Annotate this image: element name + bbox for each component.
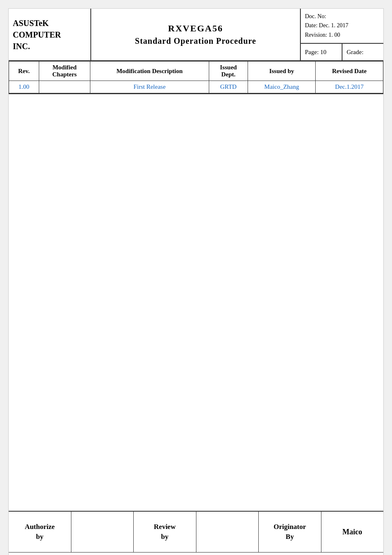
cell-description: First Release xyxy=(90,81,209,93)
doc-date: Date: Dec. 1. 2017 xyxy=(305,21,379,30)
document-page: ASUSTeK COMPUTER INC. RXVEGA56 Standard … xyxy=(8,8,384,555)
title-block: RXVEGA56 Standard Operation Procedure xyxy=(91,9,301,60)
col-revised-date: Revised Date xyxy=(316,62,383,81)
cell-rev: 1.00 xyxy=(9,81,39,93)
table-header-row: Rev. ModifiedChapters Modification Descr… xyxy=(9,62,383,81)
authorize-by-label: Authorizeby xyxy=(25,522,55,542)
cell-chapters xyxy=(39,81,90,93)
header: ASUSTeK COMPUTER INC. RXVEGA56 Standard … xyxy=(9,9,383,61)
doc-title-main: RXVEGA56 xyxy=(168,23,223,34)
doc-no: Doc. No: xyxy=(305,12,379,21)
footer-originator-value: Maico xyxy=(321,512,384,552)
doc-page: Page: 10 xyxy=(301,44,342,60)
cell-dept: GRTD xyxy=(209,81,248,93)
col-issued-by: Issued by xyxy=(248,62,315,81)
table-row: 1.00 First Release GRTD Maico_Zhang Dec.… xyxy=(9,81,383,93)
footer-authorize-value xyxy=(71,512,134,552)
modification-table-section: Rev. ModifiedChapters Modification Descr… xyxy=(9,61,383,94)
doc-title-sub: Standard Operation Procedure xyxy=(135,36,256,46)
main-content xyxy=(9,94,383,511)
review-by-label: Reviewby xyxy=(154,522,176,542)
bottom-bar: 更多图纸下载到：五八文库wk.58sms.com Form No: T2-009… xyxy=(9,552,383,555)
cell-revised-date: Dec.1.2017 xyxy=(316,81,383,93)
doc-info-bottom: Page: 10 Grade: xyxy=(301,44,383,60)
originator-by-label: OriginatorBy xyxy=(274,522,306,542)
col-issued-dept: IssuedDept. xyxy=(209,62,248,81)
col-rev: Rev. xyxy=(9,62,39,81)
footer-originator: OriginatorBy xyxy=(259,512,321,552)
col-modified-chapters: ModifiedChapters xyxy=(39,62,90,81)
doc-info-top: Doc. No: Date: Dec. 1. 2017 Revision: 1.… xyxy=(301,9,383,44)
company-block: ASUSTeK COMPUTER INC. xyxy=(9,9,91,60)
cell-issued-by: Maico_Zhang xyxy=(248,81,315,93)
footer: Authorizeby Reviewby OriginatorBy Maico xyxy=(9,511,383,552)
modification-table: Rev. ModifiedChapters Modification Descr… xyxy=(9,61,383,93)
doc-info-block: Doc. No: Date: Dec. 1. 2017 Revision: 1.… xyxy=(301,9,383,60)
footer-review-value xyxy=(196,512,259,552)
footer-review: Reviewby xyxy=(134,512,196,552)
originator-by-value: Maico xyxy=(342,528,362,536)
col-modification-description: Modification Description xyxy=(90,62,209,81)
company-name: ASUSTeK COMPUTER INC. xyxy=(13,17,86,52)
doc-grade: Grade: xyxy=(342,44,383,60)
footer-authorize: Authorizeby xyxy=(9,512,71,552)
doc-revision: Revision: 1. 00 xyxy=(305,31,379,40)
